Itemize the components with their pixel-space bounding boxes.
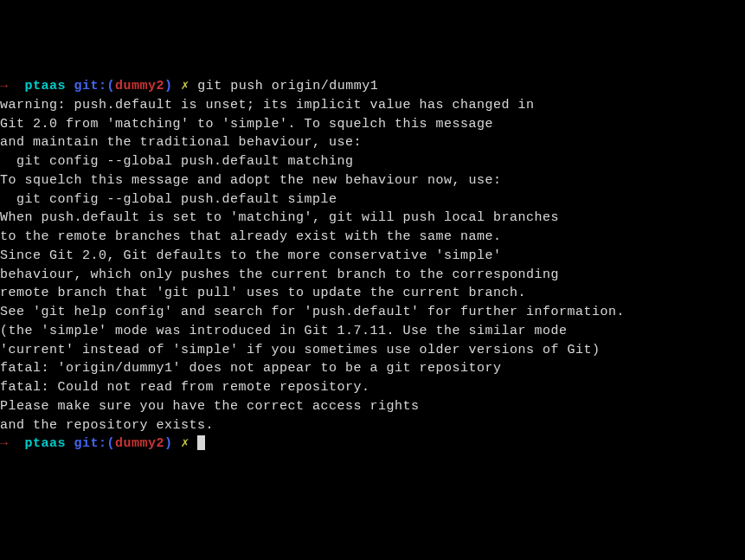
- output-line: See 'git help config' and search for 'pu…: [0, 303, 745, 322]
- terminal-output[interactable]: → ptaas git:(dummy2) ✗ git push origin/d…: [0, 77, 745, 454]
- git-close: ): [164, 436, 173, 451]
- output-line: git config --global push.default matchin…: [0, 152, 745, 171]
- output-line: to the remote branches that already exis…: [0, 228, 745, 247]
- prompt-line-2: → ptaas git:(dummy2) ✗: [0, 434, 745, 454]
- output-line: Git 2.0 from 'matching' to 'simple'. To …: [0, 115, 745, 134]
- git-branch: dummy2: [115, 436, 164, 451]
- output-line: 'current' instead of 'simple' if you som…: [0, 341, 745, 360]
- prompt-dir: ptaas: [25, 79, 67, 93]
- git-close: ): [164, 79, 173, 93]
- output-line: warning: push.default is unset; its impl…: [0, 96, 745, 115]
- output-line: (the 'simple' mode was introduced in Git…: [0, 322, 745, 341]
- output-line: and the repository exists.: [0, 416, 745, 435]
- git-branch: dummy2: [115, 79, 164, 93]
- prompt-arrow: →: [0, 436, 9, 451]
- output-line: behaviour, which only pushes the current…: [0, 266, 745, 285]
- prompt-symbol: ✗: [181, 436, 189, 451]
- git-label: git:(: [74, 436, 116, 451]
- prompt-arrow: →: [0, 79, 9, 93]
- prompt-line-1: → ptaas git:(dummy2) ✗ git push origin/d…: [0, 77, 745, 96]
- output-line: To squelch this message and adopt the ne…: [0, 171, 745, 190]
- command-text: git push origin/dummy1: [197, 79, 378, 93]
- output-line: and maintain the traditional behaviour, …: [0, 133, 745, 152]
- output-line: remote branch that 'git pull' uses to up…: [0, 284, 745, 303]
- output-line: Since Git 2.0, Git defaults to the more …: [0, 247, 745, 266]
- output-line: fatal: Could not read from remote reposi…: [0, 378, 745, 397]
- output-line: git config --global push.default simple: [0, 190, 745, 209]
- output-line: When push.default is set to 'matching', …: [0, 209, 745, 228]
- cursor-icon: [197, 435, 205, 450]
- output-line: Please make sure you have the correct ac…: [0, 397, 745, 416]
- git-label: git:(: [74, 79, 116, 93]
- prompt-symbol: ✗: [181, 79, 189, 93]
- prompt-dir: ptaas: [25, 436, 67, 451]
- output-line: fatal: 'origin/dummy1' does not appear t…: [0, 359, 745, 378]
